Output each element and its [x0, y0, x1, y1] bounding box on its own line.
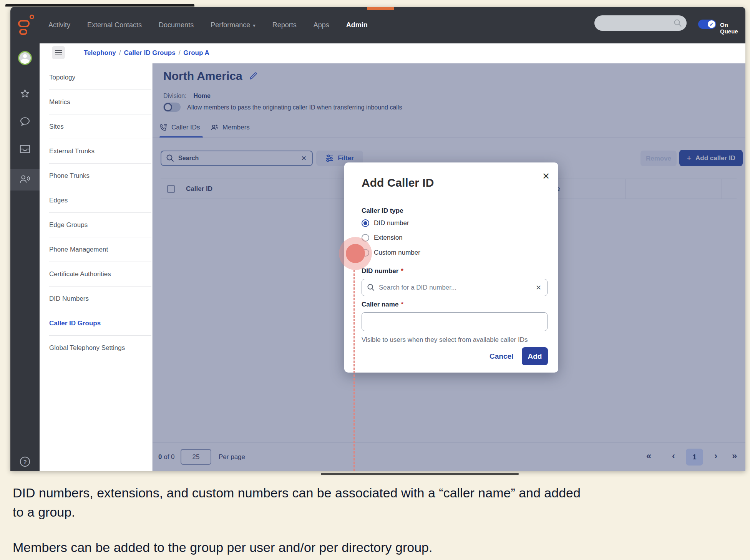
sidebar-item-phone-trunks[interactable]: Phone Trunks [49, 164, 151, 188]
telephony-sidebar: Topology Metrics Sites External Trunks P… [40, 63, 153, 471]
close-icon[interactable]: ✕ [542, 172, 550, 181]
sidebar-item-external-trunks[interactable]: External Trunks [49, 139, 151, 164]
clear-did-icon[interactable]: ✕ [536, 283, 541, 292]
add-caller-id-modal: ✕ Add Caller ID Caller ID type DID numbe… [344, 162, 558, 373]
on-queue-label: On Queue [720, 22, 745, 35]
user-avatar[interactable] [10, 51, 40, 65]
sidebar-item-sites[interactable]: Sites [49, 114, 151, 139]
sidebar-item-did-numbers[interactable]: DID Numbers [49, 287, 151, 311]
breadcrumb: Telephony/Caller ID Groups/Group A [84, 49, 209, 57]
top-nav-bar: Activity External Contacts Documents Per… [10, 7, 745, 43]
background-window-edge [5, 4, 194, 7]
inbox-icon[interactable] [10, 144, 40, 154]
breadcrumb-caller-id-groups[interactable]: Caller ID Groups [124, 49, 175, 56]
nav-item-activity[interactable]: Activity [48, 21, 70, 29]
caller-name-helper-text: Visible to users when they select from a… [362, 336, 528, 344]
check-icon: ✓ [708, 20, 715, 28]
nav-item-reports[interactable]: Reports [272, 21, 297, 29]
did-number-label: DID number* [362, 267, 403, 275]
search-icon [367, 283, 375, 292]
nav-item-performance[interactable]: Performance▾ [211, 21, 256, 29]
sidebar-item-certificate-authorities[interactable]: Certificate Authorities [49, 262, 151, 287]
radio-selected-icon [362, 219, 369, 227]
agent-activity-icon[interactable] [10, 174, 40, 184]
did-number-search-field[interactable]: ✕ [362, 279, 548, 296]
favorites-star-icon[interactable] [10, 88, 40, 99]
on-queue-toggle[interactable]: ✓ [698, 20, 716, 29]
help-icon[interactable]: ? [10, 456, 40, 467]
svg-text:?: ? [23, 459, 27, 465]
app-window: Activity External Contacts Documents Per… [10, 7, 745, 471]
click-indicator-dot [346, 244, 365, 263]
nav-item-external-contacts[interactable]: External Contacts [87, 21, 142, 29]
nav-item-documents[interactable]: Documents [159, 21, 194, 29]
genesys-logo-icon [18, 15, 36, 35]
global-search-input[interactable] [594, 15, 687, 31]
active-nav-indicator [367, 7, 394, 10]
caption-paragraph-1-line-1: DID numbers, extensions, and custom numb… [13, 483, 745, 502]
breadcrumb-telephony[interactable]: Telephony [84, 49, 116, 56]
required-asterisk: * [401, 267, 403, 275]
sidebar-item-global-telephony-settings[interactable]: Global Telephony Settings [49, 336, 151, 360]
cancel-button[interactable]: Cancel [489, 352, 513, 361]
nav-item-admin[interactable]: Admin [346, 21, 368, 29]
radio-did-number[interactable]: DID number [362, 219, 409, 227]
caller-name-input[interactable] [362, 312, 548, 331]
caption-paragraph-2: Members can be added to the group per us… [13, 538, 745, 557]
chevron-down-icon: ▾ [253, 23, 256, 28]
required-asterisk: * [401, 301, 403, 308]
caption-paragraph-1-line-2: to a group. [13, 502, 745, 522]
menu-toggle-button[interactable] [52, 46, 65, 59]
modal-title: Add Caller ID [362, 176, 434, 189]
did-number-input[interactable] [379, 284, 536, 292]
window-bottom-shadow [321, 473, 519, 475]
sidebar-item-topology[interactable]: Topology [49, 65, 151, 90]
sidebar-item-caller-id-groups[interactable]: Caller ID Groups [49, 311, 151, 336]
breadcrumb-group-a[interactable]: Group A [183, 49, 209, 56]
caption-text: DID numbers, extensions, and custom numb… [13, 483, 745, 557]
breadcrumb-bar: Telephony/Caller ID Groups/Group A [40, 43, 745, 63]
caller-id-type-label: Caller ID type [362, 207, 403, 215]
caller-name-label: Caller name* [362, 301, 403, 308]
radio-extension[interactable]: Extension [362, 234, 403, 242]
sidebar-item-phone-management[interactable]: Phone Management [49, 237, 151, 262]
sidebar-item-metrics[interactable]: Metrics [49, 90, 151, 114]
search-icon [674, 19, 682, 27]
nav-item-apps[interactable]: Apps [314, 21, 329, 29]
modal-add-button[interactable]: Add [522, 347, 548, 365]
chat-bubble-icon[interactable] [10, 116, 40, 127]
sidebar-item-edge-groups[interactable]: Edge Groups [49, 213, 151, 237]
click-trace-line [353, 270, 355, 471]
left-icon-rail: ? [10, 43, 40, 471]
main-content: North America Division:Home Allow member… [153, 63, 745, 471]
top-nav-items: Activity External Contacts Documents Per… [48, 7, 368, 43]
sidebar-item-edges[interactable]: Edges [49, 188, 151, 213]
